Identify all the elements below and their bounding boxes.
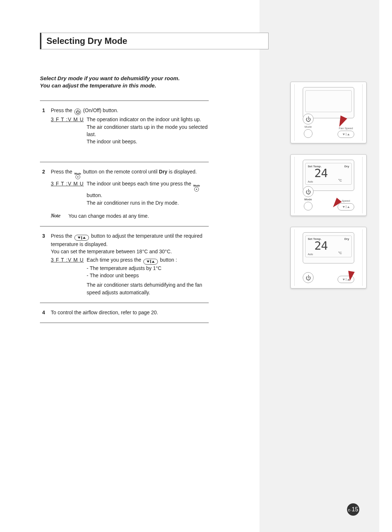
lcd-dry-label: Dry [344, 165, 349, 168]
page-prefix: E- [348, 508, 351, 512]
mode-label: Mode [305, 125, 312, 128]
page-title: Selecting Dry Mode [46, 36, 263, 46]
power-button-icon: ⏻ [303, 272, 314, 283]
step-number: 3 [40, 232, 45, 296]
step-body: Press the Mode button on the remote cont… [51, 168, 209, 220]
temp-adjust-icon [74, 235, 89, 241]
text: The operation indicator on the indoor un… [87, 116, 201, 122]
intro-line-2: You can adjust the temperature in this m… [40, 82, 218, 89]
remote-illustration-3: Set Temp. Dry Auto 24 °C ⏻ [290, 227, 367, 288]
text: The indoor unit beeps. [87, 139, 137, 144]
text-bold: Dry [159, 169, 167, 175]
text: button : [160, 257, 177, 263]
text: Press the [51, 233, 72, 239]
step-body: Press the ⏻ (On/Off) button. 3 F T :V M … [51, 107, 209, 155]
remote-lcd: Set Temp. Dry Auto 24 °C [303, 232, 354, 263]
power-button-icon: ⏻ [303, 186, 314, 197]
text: The indoor unit beeps each time you pres… [87, 181, 191, 187]
result-label: 3 F T :V M U [51, 116, 84, 145]
mode-button-icon [304, 202, 313, 210]
mode-label: Mode [305, 198, 312, 201]
intro-text: Select Dry mode if you want to dehumidif… [40, 75, 218, 90]
mode-icon: Mode [74, 173, 81, 180]
lcd-unit: °C [338, 179, 342, 182]
section-title-box: Selecting Dry Mode [40, 33, 269, 49]
text: (On/Off) button. [83, 107, 118, 113]
step-2: 2 Press the Mode button on the remote co… [40, 162, 209, 227]
step-number: 1 [40, 107, 45, 155]
step-body: To control the airflow direction, refer … [51, 309, 209, 316]
step-3: 3 Press the button to adjust the tempera… [40, 226, 209, 303]
text: The air conditioner starts dehumidifying… [87, 282, 202, 295]
steps-list: 1 Press the ⏻ (On/Off) button. 3 F T :V … [40, 101, 209, 323]
text: button to adjust the temperature until t… [51, 233, 203, 247]
text: button. [87, 192, 102, 198]
fan-speed-button-icon [338, 203, 354, 210]
page-number: 15 [352, 506, 358, 513]
step-number: 2 [40, 168, 45, 220]
mode-icon: Mode [193, 185, 200, 192]
text: The air conditioner runs in the Dry mode… [87, 200, 179, 206]
temp-adjust-icon [143, 259, 158, 265]
text: Press the [51, 169, 72, 175]
lcd-temp-value: 24 [314, 239, 328, 253]
text: button on the remote control until [83, 169, 158, 175]
power-button-icon: ⏻ [303, 114, 314, 124]
lcd-auto-label: Auto [308, 180, 313, 183]
remote-illustration-1: ⏻ Mode Fan Speed [290, 82, 367, 143]
lcd-auto-label: Auto [308, 253, 313, 255]
remote-illustration-2: Set Temp. Dry Auto 24 °C ⏻ Mode Speed [290, 154, 367, 216]
result-label: 3 F T :V M U [51, 256, 84, 296]
text: The air conditioner starts up in the mod… [87, 124, 208, 137]
text: Each time you press the [87, 257, 141, 263]
fan-speed-button-icon [338, 131, 354, 138]
step-1: 1 Press the ⏻ (On/Off) button. 3 F T :V … [40, 101, 209, 162]
lcd-unit: °C [338, 251, 342, 255]
step-body: Press the button to adjust the temperatu… [51, 232, 209, 296]
speed-label: Speed [342, 199, 350, 202]
result-label: 3 F T :V M U [51, 180, 84, 206]
intro-line-1: Select Dry mode if you want to dehumidif… [40, 75, 218, 82]
text: - The temperature adjusts by 1°C [87, 265, 162, 271]
step-number: 4 [40, 309, 45, 316]
text: is displayed. [169, 169, 197, 175]
lcd-dry-label: Dry [344, 237, 349, 241]
page-number-badge: E-15 [347, 503, 359, 516]
note-label: Note [51, 212, 60, 220]
text: Press the [51, 107, 72, 113]
text: To control the airflow direction, refer … [51, 310, 158, 315]
mode-button-icon [304, 129, 313, 138]
note-text: You can change modes at any time. [68, 212, 149, 220]
step-4: 4 To control the airflow direction, refe… [40, 303, 209, 323]
text: You can set the temperature between 18°C… [51, 248, 209, 255]
power-icon: ⏻ [74, 109, 81, 115]
text: - The indoor unit beeps [87, 273, 139, 278]
page-content: Selecting Dry Mode Select Dry mode if yo… [0, 0, 392, 532]
lcd-temp-value: 24 [314, 166, 328, 180]
